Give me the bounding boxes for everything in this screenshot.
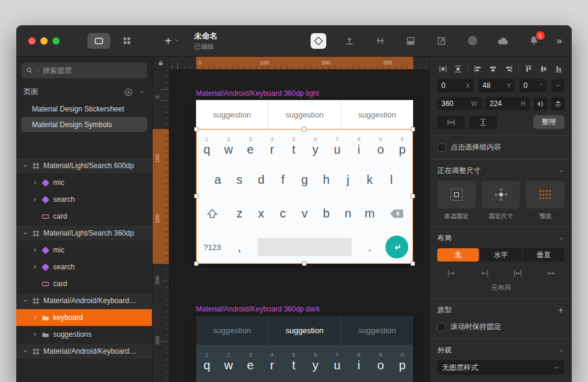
layout-section-header[interactable]: 布局 [437,233,564,243]
layout-space-between-icon[interactable] [512,268,523,278]
layout-align-end-icon[interactable] [479,268,490,278]
align-bottom-icon[interactable] [554,63,564,74]
create-symbol-button[interactable] [311,33,326,49]
ruler-corner[interactable] [153,57,169,70]
layer-search[interactable] [21,63,147,78]
layer-row-artboard[interactable]: Material/Android/Keyboard… [16,292,152,309]
layer-row-shape[interactable]: card [16,208,152,225]
appearance-section-header[interactable]: 外观 [437,345,564,355]
layer-row-artboard[interactable]: Material/Light/Search 600dp [16,157,152,174]
selection-handle[interactable] [411,127,415,131]
suggestion-item[interactable]: suggestion [268,316,340,345]
mask-icon[interactable] [403,33,419,49]
add-prototype-icon[interactable] [557,307,564,314]
align-center-horizontal-icon[interactable] [488,63,499,74]
layout-align-start-icon[interactable] [446,268,457,278]
align-top-icon[interactable] [523,63,534,74]
distribute-horizontal-icon[interactable] [437,63,448,74]
chevron-right-icon[interactable] [32,180,38,186]
resize-fixed-size-option[interactable]: 固定尺寸 [482,181,520,221]
selection-handle[interactable] [302,261,306,266]
artboard-title-light[interactable]: Material/Android/Keyboard 360dp light [196,89,319,98]
canvas-view-toggle[interactable] [87,33,110,49]
insert-button[interactable]: + [165,35,180,47]
chevron-down-icon[interactable] [22,230,28,236]
layout-horizontal-button[interactable]: 水平 [480,248,522,261]
y-field[interactable]: 48Y [478,79,515,92]
flip-vertical-icon[interactable] [551,97,564,110]
components-view-toggle[interactable] [115,33,138,49]
distribute-icon[interactable] [372,33,388,49]
checkbox[interactable] [437,143,446,152]
page-item[interactable]: Material Design Stickersheet [21,101,147,116]
toolbar-overflow-button[interactable]: » [557,33,562,49]
layer-row-folder-selected[interactable]: keyboard [16,309,152,326]
selection-handle[interactable] [194,127,198,131]
chevron-right-icon[interactable] [32,264,38,270]
height-field[interactable]: 224H [485,97,530,110]
select-group-content-row[interactable]: 点击选择组内容 [437,142,564,152]
notifications-icon[interactable]: 1 [526,33,542,49]
fix-on-scroll-row[interactable]: 滚动时保持固定 [437,322,564,332]
flatten-icon[interactable] [341,33,357,49]
width-field[interactable]: 360W [437,97,481,110]
artboard-title-dark[interactable]: Material/Android/Keyboard 360dp dark [196,305,320,313]
align-left-icon[interactable] [473,63,484,74]
fullscreen-button[interactable] [52,37,60,45]
layer-row-symbol[interactable]: mic [16,174,152,191]
checkbox[interactable] [437,323,446,331]
selection-handle[interactable] [194,261,198,266]
distribute-vertical-icon[interactable] [452,63,463,74]
preview-icon[interactable] [464,33,480,49]
resize-preview-option[interactable]: 预览 [526,181,564,221]
canvas-content[interactable]: Material/Android/Keyboard 360dp light su… [169,70,429,382]
close-button[interactable] [28,37,36,45]
layer-row-symbol[interactable]: search [16,191,152,208]
chevron-down-icon[interactable] [22,298,28,304]
selection-outline[interactable] [196,129,413,264]
minimize-button[interactable] [40,37,48,45]
chevron-right-icon[interactable] [32,196,38,202]
suggestion-item[interactable]: suggestion [196,100,268,129]
key-letter[interactable]: 3e [239,345,261,378]
x-field[interactable]: 0X [437,79,474,92]
layout-vertical-button[interactable]: 垂直 [523,248,564,261]
layer-row-symbol[interactable]: search [16,258,152,275]
layout-none-button[interactable]: 无 [437,248,479,261]
horizontal-ruler[interactable]: 0 100 200 300 [169,57,429,70]
key-letter[interactable]: 5t [283,345,305,378]
key-letter[interactable]: 2w [218,345,239,378]
align-middle-vertical-icon[interactable] [539,63,549,74]
scale-icon[interactable] [434,33,449,49]
key-letter[interactable]: 7u [326,345,348,378]
selection-handle[interactable] [411,261,415,266]
chevron-right-icon[interactable] [32,247,38,253]
chevron-right-icon[interactable] [32,331,38,337]
rotation-field[interactable]: 0° [519,79,547,92]
suggestion-item[interactable]: suggestion [341,100,413,129]
suggestion-item[interactable]: suggestion [268,100,340,129]
selection-handle[interactable] [194,194,198,198]
transform-icon[interactable] [551,79,564,92]
horizontal-resizing-icon[interactable] [437,116,465,129]
key-letter[interactable]: 1q [196,345,218,378]
key-letter[interactable]: 8i [348,345,370,378]
vertical-ruler[interactable]: 0 100 200 300 400 [153,70,169,382]
resizing-section-header[interactable]: 正在调整尺寸 [437,166,564,176]
chevron-down-icon[interactable] [22,348,28,354]
resize-pin-edges-option[interactable]: 靠边固定 [437,181,476,221]
key-letter[interactable]: 6y [305,345,326,378]
flip-horizontal-icon[interactable] [534,97,547,110]
artboard-keyboard-dark[interactable]: suggestionsuggestionsuggestion 1q2w3e4r5… [196,316,413,382]
key-letter[interactable]: 9o [370,345,391,378]
tidy-button[interactable]: 整理 [533,115,564,129]
pages-collapse-icon[interactable] [139,89,145,95]
align-right-icon[interactable] [503,63,514,74]
search-input[interactable] [43,66,142,75]
layer-row-artboard[interactable]: Material/Light/Search 360dp [16,225,152,242]
add-page-icon[interactable] [124,88,133,96]
layer-style-dropdown[interactable]: 无图层样式 [437,360,564,375]
selection-handle[interactable] [411,194,415,198]
layer-row-folder[interactable]: suggestions [16,326,152,343]
layer-row-shape[interactable]: card [16,275,152,292]
